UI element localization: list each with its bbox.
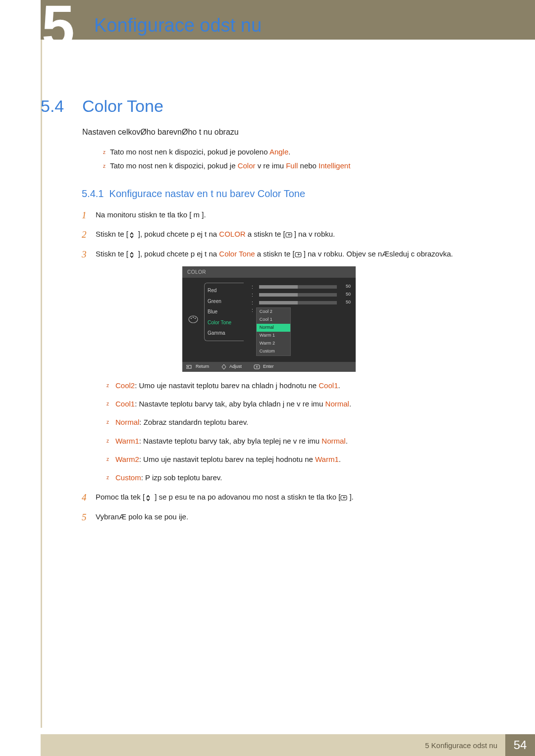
osd-menu-gamma[interactable]: Gamma (208, 328, 244, 339)
step-3-mid1: ], pokud chcete p ej t na (138, 250, 219, 258)
svg-point-4 (193, 317, 194, 318)
osd-enter[interactable]: Enter (254, 363, 274, 370)
bullet-icon: z (103, 163, 106, 169)
bullet-icon: z (107, 437, 109, 445)
tone-normal: zNormal: Zobraz standardn teplotu barev. (106, 416, 478, 428)
step-number: 5 (82, 510, 87, 524)
bullet-icon: z (107, 418, 109, 426)
enter-icon (295, 250, 304, 258)
step-5-text: VybranÆ polo ka se pou ije. (96, 512, 188, 521)
subsection-number: 5.4.1 (82, 188, 104, 199)
tone-warm1: zWarm1: Nastavte teplotu barvy tak, aby … (106, 435, 478, 447)
step-5: 5 VybranÆ polo ka se pou ije. (82, 511, 478, 522)
step-2-pre: Stiskn te [ (96, 230, 128, 238)
note-2-mid2: nebo (300, 161, 319, 170)
osd-body: Red Green Blue Color Tone Gamma :50 :50 … (182, 278, 356, 362)
note-2-hl2: Full (286, 161, 298, 170)
note-1: z Tato mo nost nen k dispozici, pokud je… (110, 148, 290, 156)
osd-menu-blue[interactable]: Blue (208, 306, 244, 317)
bullet-icon: z (107, 382, 109, 390)
note-2: z Tato mo nost nen k dispozici, pokud je… (110, 161, 350, 170)
step-3-post: ] na v robku. Objev se nÆsleduj c obrazo… (304, 250, 453, 258)
osd-header: COLOR (182, 266, 356, 278)
bullet-icon: z (107, 474, 109, 482)
updown-icon (128, 230, 138, 238)
section-intro: Nastaven celkovØho barevnØho t nu obrazu (82, 128, 239, 137)
osd-opt-normal[interactable]: Normal (257, 324, 290, 332)
osd-dropdown-colortone[interactable]: Cool 2 Cool 1 Normal Warm 1 Warm 2 Custo… (256, 307, 291, 356)
note-1-highlight: Angle (269, 148, 288, 156)
step-number: 3 (82, 247, 87, 261)
osd-opt-warm1[interactable]: Warm 1 (257, 332, 290, 340)
osd-menu: Red Green Blue Color Tone Gamma (204, 283, 244, 356)
section-title: Color Tone (82, 97, 163, 116)
step-2-mid1: ], pokud chcete p ej t na (138, 230, 219, 238)
steps-list: 1 Na monitoru stiskn te tla tko [ m ]. 2… (82, 209, 478, 530)
page-number: 54 (505, 734, 535, 756)
tone-cool2: zCool2: Umo uje nastavit teplotu barev n… (106, 380, 478, 391)
enter-icon (285, 230, 294, 238)
osd-slider-red[interactable]: :50 (249, 283, 351, 291)
step-1: 1 Na monitoru stiskn te tla tko [ m ]. (82, 209, 478, 220)
step-4-post: ]. (349, 493, 353, 501)
step-3-mid2: a stiskn te [ (255, 250, 295, 258)
osd-adjust[interactable]: Adjust (221, 363, 242, 370)
step-4-pre: Pomoc tla tek [ (96, 493, 145, 501)
svg-point-5 (195, 318, 196, 319)
bullet-icon: z (107, 455, 109, 463)
osd-menu-colortone[interactable]: Color Tone (208, 317, 244, 328)
updown-icon (128, 250, 138, 258)
svg-rect-7 (187, 366, 189, 367)
tone-cool1: zCool1: Nastavte teplotu barvy tak, aby … (106, 398, 478, 409)
bullet-icon: z (107, 400, 109, 408)
adjust-icon (221, 364, 227, 370)
bullet-icon: z (103, 150, 106, 155)
note-2-hl3: Intelligent (319, 161, 350, 170)
step-number: 1 (82, 208, 87, 222)
updown-icon (145, 493, 155, 501)
osd-values: :50 :50 :50 : Cool 2 Cool 1 Normal Warm … (249, 283, 351, 356)
osd-opt-custom[interactable]: Custom (257, 348, 290, 355)
footer-label: 5 Konfigurace odst nu (425, 741, 497, 750)
step-3-pre: Stiskn te [ (96, 250, 128, 258)
note-2-mid1: v re imu (258, 161, 286, 170)
osd-opt-cool2[interactable]: Cool 2 (257, 308, 290, 316)
step-2-post: ] na v robku. (294, 230, 335, 238)
tone-custom: zCustom: P izp sob teplotu barev. (106, 472, 478, 483)
osd-opt-warm2[interactable]: Warm 2 (257, 340, 290, 348)
svg-point-3 (191, 318, 192, 319)
note-2-hl1: Color (238, 161, 256, 170)
step-4-mid: ] se p esu te na po adovanou mo nost a s… (155, 493, 340, 501)
return-icon (186, 364, 193, 369)
page-footer: 5 Konfigurace odst nu 54 (41, 734, 535, 756)
note-2-pre: Tato mo nost nen k dispozici, pokud je (110, 161, 238, 170)
subsection-heading: 5.4.1 Konfigurace nastav en t nu barev C… (82, 188, 305, 200)
step-3: 3 Stiskn te [], pokud chcete p ej t na C… (82, 248, 478, 484)
step-number: 2 (82, 227, 87, 242)
step-2-mid2: a stiskn te [ (246, 230, 285, 238)
step-3-hl: Color Tone (219, 250, 255, 258)
osd-panel: COLOR Red Green Blue Color Tone Gamma :5… (182, 266, 356, 372)
osd-return[interactable]: Return (186, 363, 209, 370)
left-rail (41, 40, 42, 728)
osd-slider-blue[interactable]: :50 (249, 299, 351, 306)
osd-footer: Return Adjust Enter (182, 362, 356, 372)
tone-descriptions: zCool2: Umo uje nastavit teplotu barev n… (106, 380, 478, 484)
step-4: 4 Pomoc tla tek [] se p esu te na po ado… (82, 491, 478, 503)
chapter-number: 5 (42, 0, 75, 60)
note-1-text: Tato mo nost nen k dispozici, pokud je p… (110, 148, 269, 156)
osd-menu-green[interactable]: Green (208, 296, 244, 307)
chapter-title: Konfigurace odst nu (94, 15, 262, 36)
osd-palette-icon (187, 283, 199, 356)
step-2-hl: COLOR (219, 230, 245, 238)
tone-warm2: zWarm2: Umo uje nastavit teplotu barev n… (106, 454, 478, 465)
subsection-title: Konfigurace nastav en t nu barev Color T… (109, 188, 305, 199)
step-1-text: Na monitoru stiskn te tla tko [ m ]. (96, 210, 206, 219)
step-2: 2 Stiskn te [], pokud chcete p ej t na C… (82, 228, 478, 240)
osd-opt-cool1[interactable]: Cool 1 (257, 316, 290, 324)
section-number: 5.4 (41, 97, 64, 116)
osd-menu-red[interactable]: Red (208, 285, 244, 296)
osd-slider-green[interactable]: :50 (249, 291, 351, 299)
step-number: 4 (82, 490, 87, 504)
enter-icon (254, 364, 261, 369)
